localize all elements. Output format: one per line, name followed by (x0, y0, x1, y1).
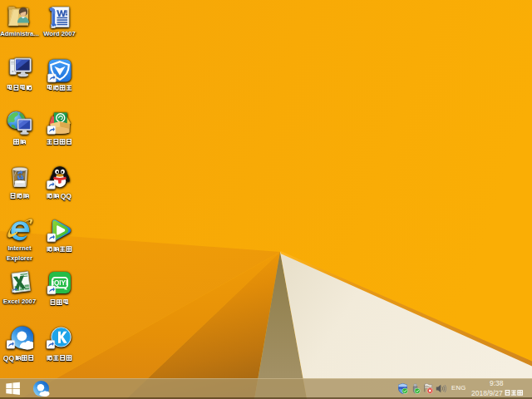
svg-text:iQIYI: iQIYI (52, 279, 68, 287)
